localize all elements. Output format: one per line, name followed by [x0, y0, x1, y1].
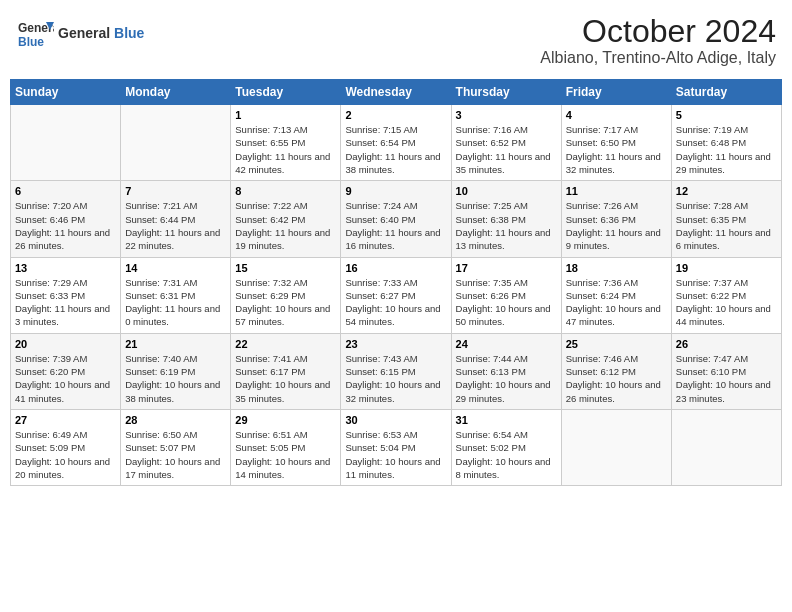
header-thursday: Thursday [451, 80, 561, 105]
day-number: 17 [456, 262, 557, 274]
day-number: 15 [235, 262, 336, 274]
cell-0-4: 3Sunrise: 7:16 AMSunset: 6:52 PMDaylight… [451, 105, 561, 181]
cell-3-5: 25Sunrise: 7:46 AMSunset: 6:12 PMDayligh… [561, 333, 671, 409]
day-number: 25 [566, 338, 667, 350]
day-info: Sunrise: 7:31 AMSunset: 6:31 PMDaylight:… [125, 276, 226, 329]
day-info: Sunrise: 7:39 AMSunset: 6:20 PMDaylight:… [15, 352, 116, 405]
day-number: 1 [235, 109, 336, 121]
cell-3-2: 22Sunrise: 7:41 AMSunset: 6:17 PMDayligh… [231, 333, 341, 409]
cell-4-2: 29Sunrise: 6:51 AMSunset: 5:05 PMDayligh… [231, 409, 341, 485]
day-number: 28 [125, 414, 226, 426]
day-info: Sunrise: 7:29 AMSunset: 6:33 PMDaylight:… [15, 276, 116, 329]
header-wednesday: Wednesday [341, 80, 451, 105]
day-number: 27 [15, 414, 116, 426]
cell-4-6 [671, 409, 781, 485]
cell-2-3: 16Sunrise: 7:33 AMSunset: 6:27 PMDayligh… [341, 257, 451, 333]
day-number: 16 [345, 262, 446, 274]
cell-1-1: 7Sunrise: 7:21 AMSunset: 6:44 PMDaylight… [121, 181, 231, 257]
day-number: 11 [566, 185, 667, 197]
cell-4-1: 28Sunrise: 6:50 AMSunset: 5:07 PMDayligh… [121, 409, 231, 485]
svg-text:Blue: Blue [18, 35, 44, 49]
cell-1-6: 12Sunrise: 7:28 AMSunset: 6:35 PMDayligh… [671, 181, 781, 257]
day-info: Sunrise: 7:36 AMSunset: 6:24 PMDaylight:… [566, 276, 667, 329]
day-info: Sunrise: 7:41 AMSunset: 6:17 PMDaylight:… [235, 352, 336, 405]
calendar-subtitle: Albiano, Trentino-Alto Adige, Italy [540, 49, 776, 67]
cell-4-3: 30Sunrise: 6:53 AMSunset: 5:04 PMDayligh… [341, 409, 451, 485]
cell-2-0: 13Sunrise: 7:29 AMSunset: 6:33 PMDayligh… [11, 257, 121, 333]
day-info: Sunrise: 6:49 AMSunset: 5:09 PMDaylight:… [15, 428, 116, 481]
header-row: SundayMondayTuesdayWednesdayThursdayFrid… [11, 80, 782, 105]
day-info: Sunrise: 7:33 AMSunset: 6:27 PMDaylight:… [345, 276, 446, 329]
day-info: Sunrise: 7:22 AMSunset: 6:42 PMDaylight:… [235, 199, 336, 252]
day-info: Sunrise: 7:15 AMSunset: 6:54 PMDaylight:… [345, 123, 446, 176]
page-header: General Blue General Blue October 2024 A… [10, 10, 782, 71]
cell-1-5: 11Sunrise: 7:26 AMSunset: 6:36 PMDayligh… [561, 181, 671, 257]
day-info: Sunrise: 7:28 AMSunset: 6:35 PMDaylight:… [676, 199, 777, 252]
day-info: Sunrise: 7:35 AMSunset: 6:26 PMDaylight:… [456, 276, 557, 329]
header-friday: Friday [561, 80, 671, 105]
day-number: 19 [676, 262, 777, 274]
logo-text: General Blue [58, 25, 144, 41]
cell-2-5: 18Sunrise: 7:36 AMSunset: 6:24 PMDayligh… [561, 257, 671, 333]
cell-0-5: 4Sunrise: 7:17 AMSunset: 6:50 PMDaylight… [561, 105, 671, 181]
logo-general: General [58, 25, 110, 41]
day-info: Sunrise: 6:50 AMSunset: 5:07 PMDaylight:… [125, 428, 226, 481]
day-number: 9 [345, 185, 446, 197]
day-number: 8 [235, 185, 336, 197]
day-number: 3 [456, 109, 557, 121]
calendar-title: October 2024 [540, 14, 776, 49]
day-number: 30 [345, 414, 446, 426]
day-number: 14 [125, 262, 226, 274]
cell-3-4: 24Sunrise: 7:44 AMSunset: 6:13 PMDayligh… [451, 333, 561, 409]
cell-3-3: 23Sunrise: 7:43 AMSunset: 6:15 PMDayligh… [341, 333, 451, 409]
cell-1-4: 10Sunrise: 7:25 AMSunset: 6:38 PMDayligh… [451, 181, 561, 257]
day-number: 23 [345, 338, 446, 350]
cell-3-1: 21Sunrise: 7:40 AMSunset: 6:19 PMDayligh… [121, 333, 231, 409]
day-number: 26 [676, 338, 777, 350]
day-info: Sunrise: 7:47 AMSunset: 6:10 PMDaylight:… [676, 352, 777, 405]
day-info: Sunrise: 7:40 AMSunset: 6:19 PMDaylight:… [125, 352, 226, 405]
day-info: Sunrise: 6:51 AMSunset: 5:05 PMDaylight:… [235, 428, 336, 481]
day-number: 22 [235, 338, 336, 350]
cell-2-2: 15Sunrise: 7:32 AMSunset: 6:29 PMDayligh… [231, 257, 341, 333]
cell-4-0: 27Sunrise: 6:49 AMSunset: 5:09 PMDayligh… [11, 409, 121, 485]
day-info: Sunrise: 7:20 AMSunset: 6:46 PMDaylight:… [15, 199, 116, 252]
day-number: 5 [676, 109, 777, 121]
cell-1-2: 8Sunrise: 7:22 AMSunset: 6:42 PMDaylight… [231, 181, 341, 257]
day-number: 21 [125, 338, 226, 350]
calendar-table: SundayMondayTuesdayWednesdayThursdayFrid… [10, 79, 782, 486]
day-info: Sunrise: 7:19 AMSunset: 6:48 PMDaylight:… [676, 123, 777, 176]
cell-4-5 [561, 409, 671, 485]
title-block: October 2024 Albiano, Trentino-Alto Adig… [540, 14, 776, 67]
week-row-5: 27Sunrise: 6:49 AMSunset: 5:09 PMDayligh… [11, 409, 782, 485]
logo-icon: General Blue [16, 14, 54, 52]
logo: General Blue General Blue [16, 14, 144, 52]
day-info: Sunrise: 6:53 AMSunset: 5:04 PMDaylight:… [345, 428, 446, 481]
cell-4-4: 31Sunrise: 6:54 AMSunset: 5:02 PMDayligh… [451, 409, 561, 485]
cell-2-4: 17Sunrise: 7:35 AMSunset: 6:26 PMDayligh… [451, 257, 561, 333]
cell-0-0 [11, 105, 121, 181]
header-tuesday: Tuesday [231, 80, 341, 105]
cell-0-1 [121, 105, 231, 181]
day-info: Sunrise: 7:32 AMSunset: 6:29 PMDaylight:… [235, 276, 336, 329]
day-info: Sunrise: 7:26 AMSunset: 6:36 PMDaylight:… [566, 199, 667, 252]
day-number: 12 [676, 185, 777, 197]
day-number: 10 [456, 185, 557, 197]
day-info: Sunrise: 7:13 AMSunset: 6:55 PMDaylight:… [235, 123, 336, 176]
cell-0-3: 2Sunrise: 7:15 AMSunset: 6:54 PMDaylight… [341, 105, 451, 181]
day-number: 6 [15, 185, 116, 197]
day-info: Sunrise: 7:24 AMSunset: 6:40 PMDaylight:… [345, 199, 446, 252]
cell-0-2: 1Sunrise: 7:13 AMSunset: 6:55 PMDaylight… [231, 105, 341, 181]
cell-3-6: 26Sunrise: 7:47 AMSunset: 6:10 PMDayligh… [671, 333, 781, 409]
day-info: Sunrise: 7:25 AMSunset: 6:38 PMDaylight:… [456, 199, 557, 252]
day-number: 13 [15, 262, 116, 274]
day-info: Sunrise: 7:21 AMSunset: 6:44 PMDaylight:… [125, 199, 226, 252]
header-monday: Monday [121, 80, 231, 105]
header-sunday: Sunday [11, 80, 121, 105]
week-row-2: 6Sunrise: 7:20 AMSunset: 6:46 PMDaylight… [11, 181, 782, 257]
day-info: Sunrise: 7:46 AMSunset: 6:12 PMDaylight:… [566, 352, 667, 405]
day-info: Sunrise: 7:17 AMSunset: 6:50 PMDaylight:… [566, 123, 667, 176]
cell-3-0: 20Sunrise: 7:39 AMSunset: 6:20 PMDayligh… [11, 333, 121, 409]
day-number: 4 [566, 109, 667, 121]
week-row-4: 20Sunrise: 7:39 AMSunset: 6:20 PMDayligh… [11, 333, 782, 409]
